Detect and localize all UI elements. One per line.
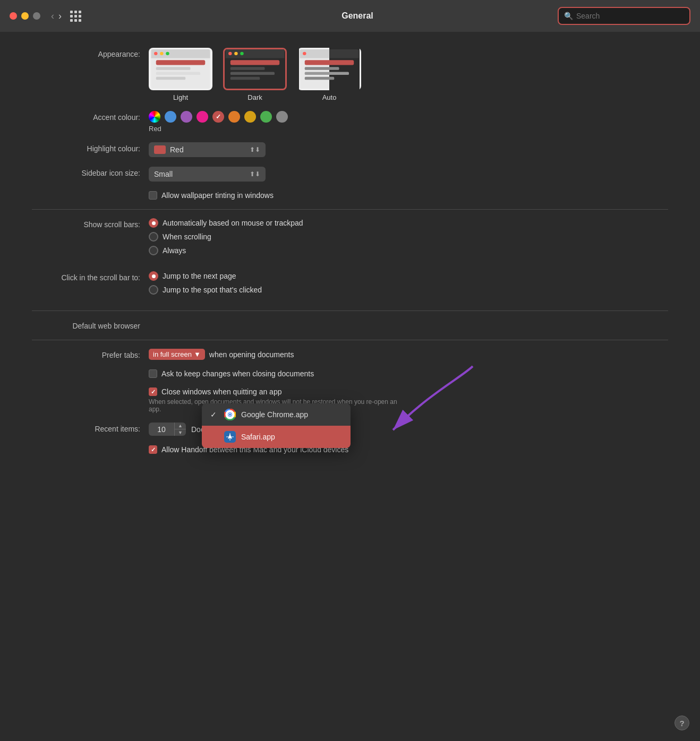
appearance-control: Light (149, 48, 668, 101)
stepper-up[interactable]: ▲ (175, 423, 186, 429)
appearance-light[interactable]: Light (149, 48, 212, 101)
scroll-always-radio-btn[interactable] (149, 246, 158, 255)
svg-rect-12 (234, 52, 237, 55)
highlight-color-dropdown[interactable]: Red ⬆⬇ (149, 142, 266, 157)
accent-color-row: Accent colour: Red (32, 111, 668, 133)
scroll-bars-control: Automatically based on mouse or trackpad… (149, 218, 668, 260)
divider-3 (32, 340, 668, 340)
accent-blue[interactable] (165, 111, 176, 123)
appearance-row: Appearance: (32, 48, 668, 101)
sidebar-icon-size-label: Sidebar icon size: (32, 167, 149, 177)
scroll-scrolling-radio-btn[interactable] (149, 232, 158, 242)
svg-rect-25 (305, 60, 354, 65)
recent-items-label: Recent items: (32, 423, 149, 433)
scroll-next-page-label: Jump to the next page (163, 272, 236, 280)
scroll-scrolling-label: When scrolling (163, 232, 211, 241)
scroll-bars-row: Show scroll bars: Automatically based on… (32, 218, 668, 262)
stepper-down[interactable]: ▼ (175, 429, 186, 436)
close-windows-checkbox[interactable] (149, 387, 157, 396)
chrome-option[interactable]: ✓ Google Chrome.app (202, 403, 351, 426)
close-button[interactable] (10, 12, 17, 20)
traffic-lights (10, 12, 40, 20)
svg-rect-2 (154, 52, 157, 55)
scroll-always-radio[interactable]: Always (149, 246, 668, 255)
divider-1 (32, 209, 668, 210)
scroll-next-page-radio[interactable]: Jump to the next page (149, 271, 668, 281)
wallpaper-checkbox[interactable] (149, 191, 157, 200)
keep-changes-row: Ask to keep changes when closing documen… (32, 369, 668, 378)
svg-rect-1 (151, 49, 210, 58)
scroll-spot-radio[interactable]: Jump to the spot that's clicked (149, 285, 668, 295)
back-arrow[interactable]: ‹ (51, 11, 54, 22)
svg-rect-28 (305, 77, 335, 80)
safari-label: Safari.app (241, 433, 275, 441)
safari-option[interactable]: Safari.app (202, 426, 351, 448)
scroll-always-label: Always (163, 246, 186, 255)
svg-rect-11 (228, 52, 232, 55)
svg-rect-4 (166, 52, 169, 55)
svg-rect-26 (305, 67, 339, 70)
svg-rect-8 (156, 77, 186, 80)
svg-rect-27 (305, 72, 349, 75)
maximize-button[interactable] (33, 12, 40, 20)
appearance-options: Light (149, 48, 668, 101)
wallpaper-control: Allow wallpaper tinting in windows (149, 191, 668, 200)
accent-orange[interactable] (228, 111, 240, 123)
click-scroll-control: Jump to the next page Jump to the spot t… (149, 271, 668, 299)
minimize-button[interactable] (21, 12, 29, 20)
highlight-color-row: Highlight colour: Red ⬆⬇ (32, 142, 668, 157)
svg-rect-17 (231, 77, 260, 80)
handoff-checkbox[interactable] (149, 445, 157, 454)
accent-purple[interactable] (181, 111, 192, 123)
prefer-tabs-dropdown[interactable]: in full screen ▼ (149, 349, 205, 360)
scroll-scrolling-radio[interactable]: When scrolling (149, 232, 668, 242)
wallpaper-checkbox-row[interactable]: Allow wallpaper tinting in windows (149, 191, 668, 200)
help-button[interactable]: ? (675, 716, 689, 730)
scroll-auto-radio[interactable]: Automatically based on mouse or trackpad (149, 218, 668, 228)
scroll-next-page-btn[interactable] (149, 271, 158, 281)
scroll-auto-label: Automatically based on mouse or trackpad (163, 219, 303, 227)
stepper-arrows: ▲ ▼ (174, 423, 186, 436)
svg-rect-6 (156, 67, 191, 70)
accent-green[interactable] (260, 111, 272, 123)
nav-arrows: ‹ › (51, 11, 62, 22)
appearance-label: Appearance: (32, 48, 149, 58)
appearance-dark[interactable]: Dark (223, 48, 287, 101)
page-title: General (342, 11, 373, 21)
search-box[interactable]: 🔍 (558, 7, 690, 25)
accent-red[interactable] (212, 111, 224, 123)
scroll-spot-btn[interactable] (149, 285, 158, 295)
keep-changes-checkbox[interactable] (149, 369, 157, 378)
grid-icon[interactable] (70, 11, 81, 22)
accent-yellow[interactable] (244, 111, 256, 123)
svg-rect-15 (231, 67, 265, 70)
divider-2 (32, 311, 668, 311)
accent-graphite[interactable] (276, 111, 288, 123)
keep-changes-label: Ask to keep changes when closing documen… (161, 369, 314, 378)
appearance-auto[interactable]: Auto (297, 48, 361, 101)
highlight-color-control: Red ⬆⬇ (149, 142, 668, 157)
prefer-tabs-row: Prefer tabs: in full screen ▼ when openi… (32, 349, 668, 360)
sidebar-icon-size-dropdown[interactable]: Small ⬆⬇ (149, 167, 266, 182)
prefer-tabs-arrow: ▼ (194, 350, 201, 358)
default-browser-row: Default web browser (32, 320, 668, 330)
handoff-spacer (32, 445, 149, 447)
svg-rect-13 (240, 52, 243, 55)
search-input[interactable] (576, 12, 684, 20)
prefer-tabs-suffix: when opening documents (209, 350, 294, 359)
accent-color-control: Red (149, 111, 668, 133)
forward-arrow[interactable]: › (58, 11, 62, 22)
light-thumb (149, 48, 212, 90)
scroll-auto-radio-btn[interactable] (149, 218, 158, 228)
accent-multicolor[interactable] (149, 111, 160, 123)
svg-rect-14 (231, 60, 280, 65)
svg-rect-22 (303, 52, 306, 55)
svg-point-32 (229, 413, 231, 416)
recent-items-stepper[interactable]: 10 ▲ ▼ (149, 423, 186, 436)
accent-pink[interactable] (197, 111, 208, 123)
sidebar-icon-size-control: Small ⬆⬇ (149, 167, 668, 182)
highlight-value: Red (170, 145, 184, 154)
prefer-tabs-label: Prefer tabs: (32, 349, 149, 359)
accent-selected-label: Red (149, 125, 668, 133)
chrome-check: ✓ (210, 410, 219, 419)
